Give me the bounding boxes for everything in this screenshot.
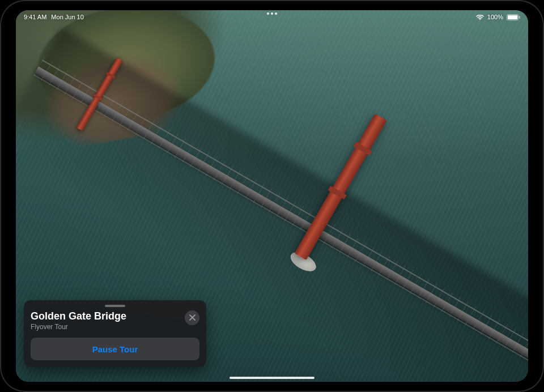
status-date: Mon Jun 10 [51, 14, 83, 20]
home-indicator[interactable] [230, 377, 314, 379]
svg-rect-3 [519, 16, 520, 19]
close-icon [189, 313, 196, 323]
flyover-title: Golden Gate Bridge [31, 310, 126, 322]
pause-tour-button[interactable]: Pause Tour [31, 338, 199, 360]
svg-point-0 [479, 19, 481, 20]
close-button[interactable] [185, 310, 199, 325]
multitask-dots-icon[interactable] [267, 12, 277, 15]
status-time: 9:41 AM [24, 14, 46, 20]
svg-rect-2 [508, 15, 517, 19]
status-bar: 9:41 AM Mon Jun 10 100% [16, 10, 528, 23]
ipad-frame: 9:41 AM Mon Jun 10 100% [0, 0, 544, 392]
battery-icon [507, 14, 520, 20]
wifi-icon [476, 14, 484, 20]
flyover-subtitle: Flyover Tour [31, 323, 126, 331]
flyover-card[interactable]: Golden Gate Bridge Flyover Tour Pause To… [24, 300, 206, 367]
sheet-grabber[interactable] [105, 305, 125, 307]
pause-tour-label: Pause Tour [92, 344, 138, 354]
battery-percent: 100% [487, 14, 503, 20]
screen[interactable]: 9:41 AM Mon Jun 10 100% [16, 10, 528, 382]
